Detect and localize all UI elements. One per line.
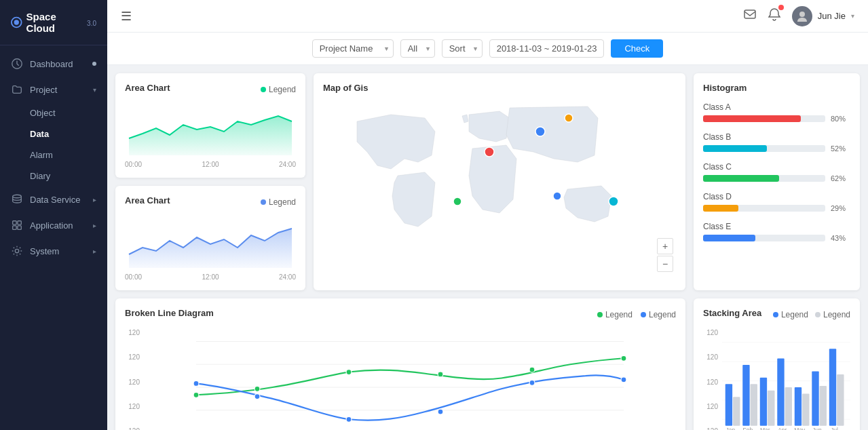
project-arrow: ▾	[93, 86, 96, 94]
all-select-wrapper: All ▾	[400, 39, 435, 58]
sidebar-item-system[interactable]: System ▸	[0, 238, 107, 264]
svg-rect-52	[820, 386, 827, 426]
broken-line-header: Broken Line Diagram Legend Legend	[125, 308, 676, 321]
hist-d-fill	[703, 205, 738, 212]
map-zoom-in[interactable]: +	[657, 238, 673, 254]
sidebar-item-data[interactable]: Data	[0, 123, 107, 144]
svg-text:Jun: Jun	[812, 427, 822, 430]
sidebar-item-dashboard[interactable]: Dashboard	[0, 51, 107, 77]
svg-point-23	[254, 394, 260, 399]
map-point-blue-1	[535, 127, 545, 136]
stacking-svg-container: Jan Feb Mar Apr May Jun Jul	[722, 326, 850, 430]
user-name: Jun Jie	[818, 11, 846, 21]
svg-text:Apr: Apr	[778, 427, 787, 430]
project-name-select[interactable]: Project Name	[312, 39, 394, 58]
sidebar-item-application[interactable]: Application ▸	[0, 212, 107, 238]
map-header: Map of Gis	[323, 83, 676, 96]
hist-b-pct: 52%	[831, 144, 846, 153]
hist-c-inner: 62%	[703, 174, 850, 182]
stacking-y-label: 120	[703, 427, 718, 430]
area-chart-1-header: Area Chart Legend	[125, 83, 296, 96]
stacking-legend2-dot	[815, 312, 820, 317]
sidebar-item-diary[interactable]: Diary	[0, 165, 107, 187]
svg-text:Mar: Mar	[760, 427, 770, 430]
hist-row-a: Class A 80%	[703, 102, 850, 123]
hist-b-bg	[703, 145, 825, 152]
map-container: + −	[323, 101, 676, 277]
stacking-legend2-label: Legend	[823, 310, 850, 319]
hamburger-button[interactable]: ☰	[121, 9, 132, 24]
map-zoom-out[interactable]: −	[657, 256, 673, 272]
header: ☰ Jun Jie ▾	[107, 0, 868, 33]
dashboard-label: Dashboard	[30, 59, 73, 69]
svg-rect-54	[837, 374, 844, 426]
svg-rect-44	[751, 384, 757, 425]
hist-b-inner: 52%	[703, 144, 850, 153]
alarm-label: Alarm	[30, 150, 53, 160]
hist-d-pct: 29%	[831, 204, 846, 212]
hist-row-e: Class E 43%	[703, 222, 850, 242]
stacking-legend1-dot	[773, 312, 778, 317]
mail-button[interactable]	[743, 7, 757, 24]
mail-icon	[743, 7, 757, 21]
svg-point-10	[799, 12, 805, 17]
area-chart-1-svg	[125, 101, 296, 155]
hist-row-b: Class B 52%	[703, 132, 850, 153]
sidebar-logo: Space Cloud 3.0	[0, 0, 107, 45]
broken-legend1-label: Legend	[605, 310, 633, 319]
area-chart-1-xaxis: 00:00 12:00 24:00	[125, 161, 296, 168]
map-point-green	[453, 197, 461, 206]
svg-point-17	[254, 386, 260, 391]
all-select[interactable]: All	[400, 39, 435, 58]
check-button[interactable]: Check	[611, 39, 663, 58]
notification-button[interactable]	[768, 7, 781, 24]
stacking-y-axis: 120 120 120 120 120	[703, 326, 722, 430]
axis-label: 24:00	[279, 161, 296, 168]
area-chart-1-legend: Legend	[261, 85, 296, 94]
svg-point-27	[621, 377, 626, 383]
folder-icon	[11, 83, 23, 96]
project-label: Project	[30, 85, 57, 95]
hist-d-bg	[703, 205, 825, 212]
sidebar: Space Cloud 3.0 Dashboard Project ▾ Obje…	[0, 0, 107, 430]
svg-rect-42	[733, 397, 740, 426]
svg-text:Feb: Feb	[742, 427, 753, 430]
stacking-legend1-label: Legend	[781, 310, 808, 319]
sort-select[interactable]: Sort	[442, 39, 483, 58]
database-icon	[11, 193, 23, 206]
toolbar: Project Name ▾ All ▾ Sort ▾ 2018-11-03 ~…	[107, 33, 868, 65]
svg-rect-6	[13, 226, 16, 229]
broken-line-chart-area: 120 120 120 120 120	[125, 326, 676, 430]
axis-label: 12:00	[202, 161, 219, 168]
y-label: 120	[125, 403, 140, 410]
sidebar-item-project[interactable]: Project ▾	[0, 77, 107, 102]
hist-c-fill	[703, 175, 779, 182]
application-label: Application	[30, 220, 73, 231]
y-label: 120	[125, 427, 140, 430]
svg-rect-46	[768, 391, 774, 426]
user-menu[interactable]: Jun Jie ▾	[792, 6, 854, 26]
area-chart-1-title: Area Chart	[125, 83, 170, 93]
svg-rect-5	[18, 221, 21, 224]
histogram-title: Histogram	[703, 83, 850, 93]
stacking-area-title: Stacking Area	[703, 308, 761, 318]
sidebar-item-object[interactable]: Object	[0, 102, 107, 123]
project-name-select-wrapper: Project Name ▾	[312, 39, 394, 58]
hist-a-pct: 80%	[831, 115, 846, 123]
sidebar-item-data-service[interactable]: Data Service ▸	[0, 187, 107, 212]
hist-d-inner: 29%	[703, 204, 850, 212]
svg-rect-49	[795, 387, 801, 426]
svg-point-18	[346, 370, 352, 375]
hist-a-inner: 80%	[703, 115, 850, 123]
axis-label: 00:00	[125, 161, 142, 168]
stacking-legend2: Legend	[815, 310, 850, 319]
svg-text:Jan: Jan	[725, 427, 735, 430]
date-range-input[interactable]: 2018-11-03 ~ 2019-01-23	[489, 39, 605, 58]
stacking-bar-svg: Jan Feb Mar Apr May Jun Jul	[722, 326, 850, 430]
map-point-red	[485, 147, 494, 157]
avatar-icon	[795, 9, 809, 23]
svg-point-3	[13, 195, 22, 198]
dashboard-dot	[92, 62, 96, 66]
svg-point-26	[529, 380, 535, 385]
sidebar-item-alarm[interactable]: Alarm	[0, 144, 107, 165]
